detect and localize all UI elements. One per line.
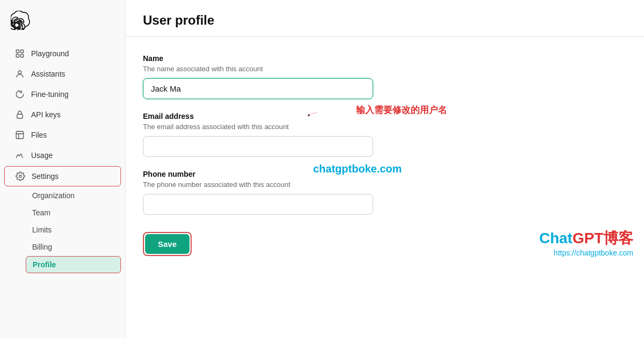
annotation-text: 输入需要修改的用户名 [356,104,447,116]
openai-logo [11,11,30,30]
watermark: ChatGPT博客 https://chatgptboke.com [539,228,633,257]
svg-rect-0 [16,50,19,52]
assistants-icon [15,69,25,79]
files-icon [15,130,25,140]
settings-sub-nav: Organization Team Limits Billing Profile [0,187,125,273]
sidebar-item-files[interactable]: Files [4,125,121,145]
phone-section: Phone number The phone number associated… [143,170,627,215]
name-input[interactable] [143,78,373,99]
sidebar-item-assistants[interactable]: Assistants [4,64,121,84]
svg-rect-2 [16,55,19,57]
page-title: User profile [143,13,627,28]
email-description: The email address associated with this a… [143,123,627,131]
save-button-wrapper: Save [143,232,192,256]
svg-point-8 [19,175,22,178]
sidebar-item-api-keys[interactable]: API keys [4,105,121,124]
phone-label: Phone number [143,170,627,178]
svg-point-5 [21,92,22,93]
name-label: Name [143,54,627,63]
sidebar-item-label: Usage [31,151,52,160]
sidebar-item-label: API keys [31,110,60,119]
save-button[interactable]: Save [145,234,190,254]
sidebar-item-billing[interactable]: Billing [26,239,121,255]
email-section: Email address The email address associat… [143,112,627,157]
sidebar-item-label: Playground [31,49,69,58]
name-section: Name The name associated with this accou… [143,54,627,99]
page-header: User profile [126,0,644,37]
form-body: Name The name associated with this accou… [126,37,644,273]
sidebar-item-label: Assistants [31,70,65,78]
sidebar-item-team[interactable]: Team [26,205,121,221]
settings-icon [16,171,25,181]
svg-rect-3 [21,55,24,57]
arrow-annotation [308,109,317,121]
sidebar-item-settings[interactable]: Settings [4,166,121,186]
svg-rect-1 [21,50,24,52]
sidebar-item-limits[interactable]: Limits [26,222,121,238]
sidebar-item-organization[interactable]: Organization [26,187,121,204]
usage-icon [15,151,25,160]
api-keys-icon [15,110,25,119]
sidebar-item-profile[interactable]: Profile [26,256,121,273]
playground-icon [15,49,25,58]
main-nav: Playground Assistants Fine-tuning API ke… [0,39,125,338]
svg-rect-6 [17,114,23,118]
svg-point-4 [18,71,21,74]
sidebar-item-fine-tuning[interactable]: Fine-tuning [4,85,121,104]
logo-area [0,0,125,39]
sidebar-item-usage[interactable]: Usage [4,146,121,165]
svg-rect-7 [16,131,24,139]
phone-input[interactable] [143,194,373,215]
phone-description: The phone number associated with this ac… [143,181,627,189]
sidebar-item-playground[interactable]: Playground [4,44,121,63]
main-content: User profile Name The name associated wi… [126,0,644,338]
watermark-main: ChatGPT博客 [539,228,633,249]
sidebar: Playground Assistants Fine-tuning API ke… [0,0,126,338]
name-description: The name associated with this account [143,65,627,73]
sidebar-item-label: Fine-tuning [31,90,69,99]
sidebar-item-label: Settings [32,172,59,181]
fine-tuning-icon [15,89,25,99]
watermark-url: https://chatgptboke.com [539,249,633,257]
sidebar-item-label: Files [31,131,47,139]
email-input[interactable] [143,136,373,157]
